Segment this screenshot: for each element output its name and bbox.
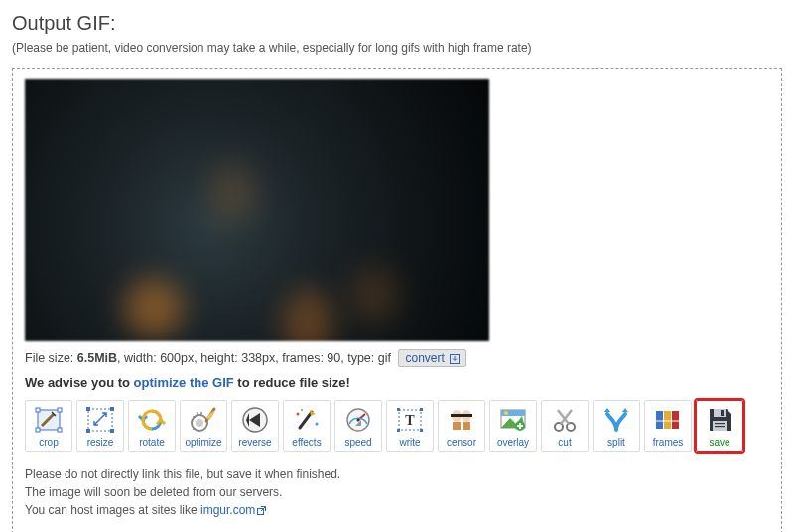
file-size-value: 6.5MiB xyxy=(77,351,117,365)
gif-preview[interactable] xyxy=(25,79,489,341)
svg-rect-4 xyxy=(36,428,40,432)
svg-point-33 xyxy=(504,411,508,415)
svg-rect-40 xyxy=(656,420,679,422)
file-type-value: gif xyxy=(378,351,391,365)
note-line-2: The image will soon be deleted from our … xyxy=(25,483,769,501)
convert-button[interactable]: convert xyxy=(398,349,466,367)
svg-rect-20 xyxy=(397,408,400,411)
convert-label: convert xyxy=(405,351,444,365)
split-icon xyxy=(601,401,631,438)
svg-rect-45 xyxy=(715,426,725,427)
advise-post: to reduce file size! xyxy=(234,375,350,390)
rotate-button[interactable]: rotate xyxy=(128,400,176,452)
svg-text:T: T xyxy=(405,413,415,428)
file-info-line: File size: 6.5MiB, width: 600px, height:… xyxy=(25,349,769,367)
tool-label: save xyxy=(709,438,729,448)
tool-label: optimize xyxy=(185,438,221,448)
svg-rect-23 xyxy=(420,429,423,432)
sep: , height: xyxy=(194,351,241,365)
tool-label: write xyxy=(399,438,420,448)
file-frames-value: 90 xyxy=(327,351,340,365)
effects-button[interactable]: effects xyxy=(283,400,331,452)
tool-label: speed xyxy=(344,438,371,448)
tool-label: censor xyxy=(447,438,476,448)
rotate-icon xyxy=(137,401,167,438)
tool-label: overlay xyxy=(497,438,529,448)
note-line-3: You can host images at sites like imgur.… xyxy=(25,501,769,519)
notes-block: Please do not directly link this file, b… xyxy=(25,466,769,519)
svg-rect-41 xyxy=(714,409,726,417)
overlay-icon xyxy=(498,401,528,438)
svg-rect-10 xyxy=(110,429,114,433)
file-height-value: 338px xyxy=(241,351,275,365)
svg-rect-28 xyxy=(461,414,472,417)
subtitle-text: (Please be patient, video conversion may… xyxy=(12,41,782,55)
svg-point-15 xyxy=(316,422,319,425)
write-icon: T xyxy=(395,401,425,438)
tool-label: resize xyxy=(87,438,114,448)
cut-button[interactable]: cut xyxy=(541,400,589,452)
file-width-value: 600px xyxy=(160,351,194,365)
tool-label: crop xyxy=(39,438,58,448)
resize-icon xyxy=(85,401,115,438)
file-info-prefix: File size: xyxy=(25,351,77,365)
effects-icon xyxy=(292,401,322,438)
tool-toolbar: crop resize rotate optimize reverse xyxy=(25,400,769,452)
svg-point-16 xyxy=(301,409,303,411)
optimize-link[interactable]: optimize the GIF xyxy=(134,375,234,390)
svg-rect-2 xyxy=(36,408,40,412)
svg-rect-3 xyxy=(58,408,62,412)
censor-icon xyxy=(447,401,476,438)
sep: , width: xyxy=(117,351,160,365)
tool-label: rotate xyxy=(139,438,165,448)
download-icon xyxy=(450,354,460,364)
crop-button[interactable]: crop xyxy=(25,400,72,452)
save-button[interactable]: save xyxy=(696,400,743,452)
advise-line: We advise you to optimize the GIF to red… xyxy=(25,375,769,390)
tool-label: effects xyxy=(292,438,321,448)
reverse-button[interactable]: reverse xyxy=(231,400,279,452)
advise-pre: We advise you to xyxy=(25,375,134,390)
svg-rect-7 xyxy=(86,407,90,411)
censor-button[interactable]: censor xyxy=(438,400,485,452)
reverse-icon xyxy=(240,401,270,438)
write-button[interactable]: T write xyxy=(386,400,434,452)
frames-icon xyxy=(653,401,683,438)
note3-pre: You can host images at sites like xyxy=(25,503,200,517)
imgur-link[interactable]: imgur.com xyxy=(200,503,255,517)
save-icon xyxy=(705,401,734,438)
external-link-icon xyxy=(257,506,266,515)
output-panel: File size: 6.5MiB, width: 600px, height:… xyxy=(12,68,782,532)
svg-rect-42 xyxy=(721,410,724,416)
frames-button[interactable]: frames xyxy=(644,400,692,452)
svg-point-12 xyxy=(196,419,203,427)
tool-label: reverse xyxy=(238,438,271,448)
tool-label: frames xyxy=(653,438,684,448)
svg-rect-22 xyxy=(397,429,400,432)
sep: , frames: xyxy=(275,351,327,365)
svg-rect-5 xyxy=(58,428,62,432)
svg-rect-30 xyxy=(463,422,470,430)
resize-button[interactable]: resize xyxy=(76,400,124,452)
svg-rect-29 xyxy=(453,422,461,430)
note-line-1: Please do not directly link this file, b… xyxy=(25,466,769,483)
page-title: Output GIF: xyxy=(12,12,782,35)
speed-icon xyxy=(343,401,373,438)
sep: , type: xyxy=(340,351,378,365)
tool-label: cut xyxy=(558,438,571,448)
svg-rect-9 xyxy=(86,429,90,433)
svg-rect-44 xyxy=(715,423,725,424)
svg-rect-21 xyxy=(420,408,423,411)
optimize-button[interactable]: optimize xyxy=(180,400,227,452)
overlay-button[interactable]: overlay xyxy=(489,400,537,452)
crop-icon xyxy=(34,401,64,438)
svg-point-18 xyxy=(357,418,360,421)
cut-icon xyxy=(550,401,580,438)
svg-rect-8 xyxy=(110,407,114,411)
tool-label: split xyxy=(607,438,625,448)
optimize-icon xyxy=(189,401,218,438)
split-button[interactable]: split xyxy=(593,400,640,452)
svg-point-14 xyxy=(297,412,300,415)
speed-button[interactable]: speed xyxy=(334,400,382,452)
